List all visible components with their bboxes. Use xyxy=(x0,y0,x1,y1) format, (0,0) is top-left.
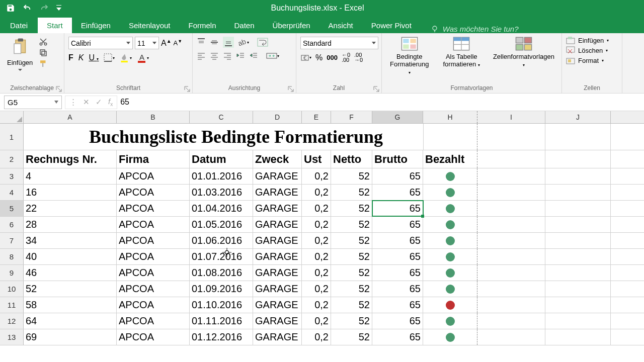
align-right-icon[interactable] xyxy=(223,51,232,60)
cell[interactable]: GARAGE xyxy=(253,168,302,184)
align-top-icon[interactable] xyxy=(197,38,206,47)
number-format-combo[interactable]: Standard xyxy=(300,37,378,49)
tab-ansicht[interactable]: Ansicht xyxy=(319,18,362,33)
cell[interactable]: GARAGE xyxy=(253,281,302,297)
cell[interactable]: 01.08.2016 xyxy=(190,265,253,281)
align-middle-icon[interactable] xyxy=(210,38,219,47)
col-header[interactable]: J xyxy=(545,111,611,123)
cell[interactable]: 69 xyxy=(24,329,117,345)
cell[interactable] xyxy=(545,201,611,216)
bold-button[interactable]: F xyxy=(68,53,73,62)
select-all-cells[interactable] xyxy=(0,111,24,123)
accept-formula-icon[interactable]: ✓ xyxy=(96,98,102,107)
cell[interactable]: APCOA xyxy=(117,233,190,248)
cell[interactable]: 16 xyxy=(24,185,117,200)
copy-icon[interactable] xyxy=(39,48,48,57)
percent-format-icon[interactable]: % xyxy=(315,53,323,62)
col-header[interactable]: H xyxy=(423,111,477,123)
cell[interactable] xyxy=(545,265,611,281)
cell[interactable]: GARAGE xyxy=(253,249,302,264)
decrease-indent-icon[interactable] xyxy=(236,51,245,60)
orientation-icon[interactable]: ab▾ xyxy=(238,38,249,47)
cell[interactable]: GARAGE xyxy=(253,329,302,345)
cell[interactable]: 28 xyxy=(24,217,117,232)
name-box[interactable]: G5 xyxy=(4,96,62,109)
increase-decimal-icon[interactable]: ←0.00 xyxy=(342,53,350,63)
cell[interactable]: 4 xyxy=(24,168,117,184)
merge-center-icon[interactable]: ▾ xyxy=(266,51,279,60)
cell[interactable]: 34 xyxy=(24,233,117,248)
cell[interactable]: 52 xyxy=(331,313,372,329)
cell[interactable] xyxy=(477,233,545,248)
cell[interactable]: 65 xyxy=(372,201,423,216)
cell[interactable] xyxy=(545,329,611,345)
tab-seitenlayout[interactable]: Seitenlayout xyxy=(120,18,180,33)
cell[interactable]: APCOA xyxy=(117,313,190,329)
cell[interactable] xyxy=(545,233,611,248)
cell[interactable]: 01.12.2016 xyxy=(190,329,253,345)
cell[interactable]: APCOA xyxy=(117,185,190,200)
row-header[interactable]: 2 xyxy=(0,150,24,168)
cell[interactable]: 0,2 xyxy=(302,233,331,248)
decrease-font-icon[interactable]: A▼ xyxy=(174,39,183,47)
cell-status[interactable] xyxy=(423,249,477,264)
col-header[interactable]: B xyxy=(117,111,190,123)
cell[interactable] xyxy=(545,297,611,313)
cell[interactable]: 01.11.2016 xyxy=(190,313,253,329)
cell[interactable] xyxy=(477,297,545,313)
font-launcher-icon[interactable] xyxy=(184,85,191,92)
font-name-combo[interactable]: Calibri xyxy=(68,37,133,49)
cell[interactable]: 65 xyxy=(372,265,423,281)
row-header[interactable]: 4 xyxy=(0,185,24,200)
cell[interactable]: 65 xyxy=(372,297,423,313)
insert-cells-button[interactable]: Einfügen ▾ xyxy=(566,36,609,44)
table-header[interactable]: Bezahlt xyxy=(423,150,477,168)
cell[interactable] xyxy=(477,168,545,184)
tab-daten[interactable]: Daten xyxy=(225,18,264,33)
cell[interactable]: 0,2 xyxy=(302,297,331,313)
cell[interactable]: GARAGE xyxy=(253,233,302,248)
fill-color-icon[interactable]: ▾ xyxy=(120,53,132,63)
col-header[interactable]: A xyxy=(24,111,117,123)
align-bottom-icon[interactable] xyxy=(223,37,234,48)
cancel-formula-icon[interactable]: ✕ xyxy=(83,98,90,107)
font-size-combo[interactable]: 11 xyxy=(135,37,159,49)
col-header[interactable]: E xyxy=(302,111,331,123)
cut-icon[interactable] xyxy=(39,37,48,46)
table-header[interactable]: Firma xyxy=(117,150,190,168)
cell[interactable]: 65 xyxy=(372,168,423,184)
cell[interactable]: 52 xyxy=(331,249,372,264)
formula-input[interactable] xyxy=(120,96,640,109)
paste-button[interactable]: Einfügen xyxy=(4,35,36,72)
cell[interactable]: 0,2 xyxy=(302,329,331,345)
cell[interactable]: 0,2 xyxy=(302,168,331,184)
accounting-format-icon[interactable]: €▾ xyxy=(300,53,311,62)
cell[interactable]: 65 xyxy=(372,233,423,248)
cell-status[interactable] xyxy=(423,185,477,200)
table-header[interactable]: Ust xyxy=(302,150,331,168)
redo-icon[interactable] xyxy=(39,4,49,13)
insert-function-icon[interactable]: fx xyxy=(108,97,113,107)
cell[interactable] xyxy=(545,313,611,329)
italic-button[interactable]: K xyxy=(78,53,84,62)
cell-status[interactable] xyxy=(423,201,477,216)
tab-start[interactable]: Start xyxy=(38,18,72,33)
cell[interactable]: GARAGE xyxy=(253,297,302,313)
cell[interactable]: 52 xyxy=(331,265,372,281)
col-header[interactable]: I xyxy=(477,111,545,123)
table-header[interactable]: Rechnugs Nr. xyxy=(24,150,117,168)
cell[interactable]: 0,2 xyxy=(302,313,331,329)
col-header[interactable]: F xyxy=(331,111,372,123)
cell[interactable] xyxy=(545,249,611,264)
cell[interactable]: APCOA xyxy=(117,168,190,184)
row-header[interactable]: 7 xyxy=(0,233,24,248)
row-header[interactable]: 8 xyxy=(0,249,24,264)
row-header[interactable]: 10 xyxy=(0,281,24,297)
cell[interactable]: APCOA xyxy=(117,217,190,232)
row-header[interactable]: 11 xyxy=(0,297,24,313)
table-header[interactable]: Brutto xyxy=(372,150,423,168)
format-as-table-button[interactable]: Als Tabelle formatieren ▾ xyxy=(438,35,485,69)
cell[interactable]: 01.04.2016 xyxy=(190,201,253,216)
row-header[interactable]: 6 xyxy=(0,217,24,232)
cell-status[interactable] xyxy=(423,168,477,184)
